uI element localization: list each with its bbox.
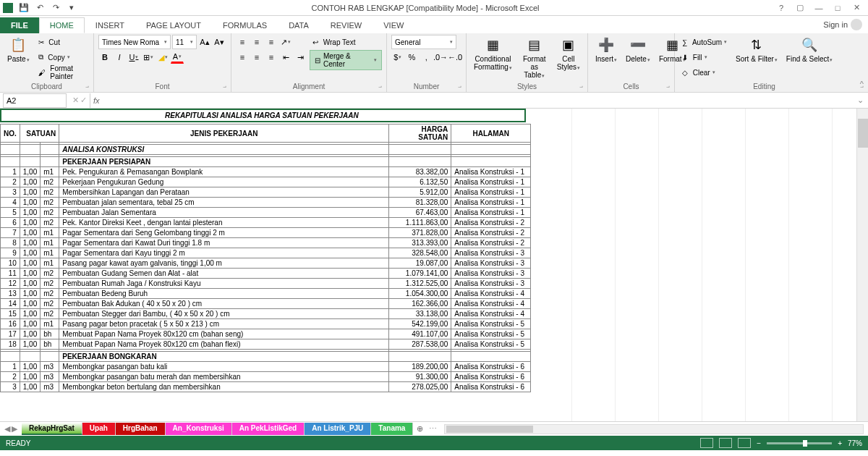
table-row[interactable]: PEKERJAAN BONGKARAN [1, 352, 531, 362]
table-row[interactable]: PEKERJAAN PERSIAPAN [1, 157, 531, 167]
table-row[interactable]: 161,00m1Pasang pagar beton pracetak ( 5 … [1, 319, 531, 329]
conditional-formatting-button[interactable]: ▦Conditional Formatting▾ [471, 35, 515, 72]
table-row[interactable]: 11,00m1Pek. Pengukuran & Pemasangan Bowp… [1, 167, 531, 177]
view-page-break-icon[interactable] [738, 438, 751, 448]
italic-button[interactable]: I [113, 51, 126, 64]
table-row[interactable]: 31,00m2Membersihkan Lapangan dan Perataa… [1, 187, 531, 198]
maximize-icon[interactable]: □ [829, 1, 846, 14]
table-row[interactable]: 31,00m3Membongkar beton bertulang dan me… [1, 382, 531, 392]
tab-data[interactable]: DATA [278, 17, 320, 33]
table-row[interactable]: 61,00m2Pek. Kantor Direksi Keet , dengan… [1, 218, 531, 228]
tab-review[interactable]: REVIEW [320, 17, 373, 33]
data-table[interactable]: NO. SATUAN JENIS PEKERJAAN HARGA SATUAN … [0, 124, 531, 392]
table-row[interactable]: 141,00m2Pembuatan Bak Adukan ( 40 x 50 x… [1, 299, 531, 309]
align-right-icon[interactable]: ≡ [265, 51, 278, 64]
fill-color-button[interactable]: ◢▾ [156, 51, 169, 64]
zoom-level[interactable]: 77% [848, 439, 862, 447]
table-row[interactable]: 181,00bhMembuat Papan Nama Proyek 80x120… [1, 339, 531, 350]
decrease-font-icon[interactable]: A▾ [213, 35, 226, 48]
col-jenis[interactable]: JENIS PEKERJAAN [59, 124, 389, 143]
tab-home[interactable]: HOME [39, 17, 85, 33]
table-row[interactable]: 171,00bhMembuat Papan Nama Proyek 80x120… [1, 329, 531, 339]
sheet-tab[interactable]: Tanama [371, 423, 413, 435]
qat-customize-icon[interactable]: ▾ [65, 1, 78, 14]
decrease-decimal-icon[interactable]: ←.0 [448, 51, 461, 64]
vertical-scrollbar[interactable] [856, 109, 868, 421]
orientation-icon[interactable]: ↗▾ [279, 35, 292, 48]
sign-in[interactable]: Sign in [817, 16, 868, 33]
table-row[interactable]: 121,00m2Pembuatan Rumah Jaga / Konstruks… [1, 279, 531, 289]
font-color-button[interactable]: A▾ [171, 51, 184, 64]
worksheet-grid[interactable]: REKAPITULASI ANALISA HARGA SATUAN PEKERJ… [0, 109, 868, 421]
table-row[interactable]: 101,00m1Pasang pagar kawat ayam galvanis… [1, 258, 531, 269]
tab-file[interactable]: FILE [0, 17, 39, 33]
qat-save-icon[interactable]: 💾 [17, 1, 30, 14]
sheet-nav-next-icon[interactable]: ▶ [12, 424, 17, 434]
add-sheet-icon[interactable]: ⊕ [413, 424, 426, 434]
expand-formula-icon[interactable]: ⌄ [853, 96, 868, 105]
table-row[interactable]: 41,00m2Pembuatan jalan sementara, tebal … [1, 198, 531, 208]
font-size-combo[interactable]: 11▾ [172, 35, 197, 49]
qat-redo-icon[interactable]: ↷ [49, 1, 62, 14]
tab-insert[interactable]: INSERT [85, 17, 135, 33]
close-icon[interactable]: ✕ [848, 1, 865, 14]
table-row[interactable]: 91,00m1Pagar Sementara dari Kayu tinggi … [1, 248, 531, 258]
view-page-layout-icon[interactable] [719, 438, 732, 448]
table-row[interactable]: 51,00m2Pembuatan Jalan Sementara67.463,0… [1, 208, 531, 218]
sheet-tab[interactable]: RekapHrgSat [22, 423, 82, 435]
tab-view[interactable]: VIEW [373, 17, 414, 33]
tab-formulas[interactable]: FORMULAS [212, 17, 278, 33]
number-format-combo[interactable]: General▾ [391, 35, 456, 49]
col-harga[interactable]: HARGA SATUAN [389, 124, 451, 143]
zoom-slider[interactable] [767, 442, 832, 444]
ribbon-options-icon[interactable]: ▢ [791, 1, 809, 14]
format-as-table-button[interactable]: ▤Format as Table▾ [518, 35, 551, 80]
table-row[interactable]: 11,00m3Membongkar pasangan batu kali189.… [1, 362, 531, 372]
view-normal-icon[interactable] [700, 438, 713, 448]
zoom-out-icon[interactable]: − [757, 439, 761, 447]
comma-format-icon[interactable]: , [420, 51, 433, 64]
align-middle-icon[interactable]: ≡ [250, 35, 263, 48]
formula-input[interactable] [103, 93, 853, 108]
sort-filter-button[interactable]: ⇅Sort & Filter▾ [733, 35, 780, 64]
cut-button[interactable]: ✂ Cut [35, 35, 89, 49]
sheet-tab[interactable]: An PekListikGed [232, 423, 305, 435]
cell-styles-button[interactable]: ▣Cell Styles▾ [554, 35, 583, 72]
fx-icon[interactable]: fx [90, 96, 103, 105]
ribbon-collapse-icon[interactable]: ^ [860, 80, 864, 88]
table-row[interactable]: 131,00m2Pembuatan Bedeng Buruh1.054.300,… [1, 289, 531, 299]
col-halaman[interactable]: HALAMAN [451, 124, 531, 143]
table-row[interactable]: 21,00m2Pekerjaan Pengukuran Gedung6.132,… [1, 177, 531, 187]
report-title-cell[interactable]: REKAPITULASI ANALISA HARGA SATUAN PEKERJ… [0, 109, 526, 122]
align-left-icon[interactable]: ≡ [236, 51, 249, 64]
delete-cells-button[interactable]: ➖Delete▾ [623, 35, 653, 64]
name-box[interactable]: A2 [3, 93, 67, 108]
align-top-icon[interactable]: ≡ [236, 35, 249, 48]
table-row[interactable]: 71,00m1Pagar Sementara dari Seng Gelomba… [1, 228, 531, 238]
table-row[interactable]: 21,00m3Membongkar pasangan batu merah da… [1, 372, 531, 382]
font-name-combo[interactable]: Times New Roma▾ [98, 35, 171, 49]
table-row[interactable]: 111,00m2Pembuatan Gudang Semen dan Alat … [1, 269, 531, 279]
border-button[interactable]: ⊞▾ [142, 51, 155, 64]
sheet-tab[interactable]: HrgBahan [116, 423, 166, 435]
increase-font-icon[interactable]: A▴ [198, 35, 211, 48]
paste-button[interactable]: 📋 Paste▾ [4, 35, 33, 64]
increase-decimal-icon[interactable]: .0→ [434, 51, 447, 64]
underline-button[interactable]: U▾ [127, 51, 140, 64]
table-row[interactable]: 151,00m2Pembuatan Stegger dari Bambu, ( … [1, 309, 531, 319]
minimize-icon[interactable]: — [810, 1, 827, 14]
percent-format-icon[interactable]: % [406, 51, 419, 64]
indent-increase-icon[interactable]: ⇥ [294, 51, 307, 64]
bold-button[interactable]: B [98, 51, 111, 64]
tab-page-layout[interactable]: PAGE LAYOUT [135, 17, 212, 33]
copy-button[interactable]: ⧉ Copy▾ [35, 50, 89, 64]
sheet-tab[interactable]: An Listrik_PJU [305, 423, 371, 435]
fill-button[interactable]: ⬇ Fill▾ [679, 50, 730, 64]
format-painter-button[interactable]: 🖌 Format Painter [35, 65, 89, 80]
cancel-formula-icon[interactable]: ✕ [72, 96, 79, 105]
help-icon[interactable]: ? [773, 1, 790, 14]
qat-undo-icon[interactable]: ↶ [33, 1, 46, 14]
indent-decrease-icon[interactable]: ⇤ [279, 51, 292, 64]
sheet-tab[interactable]: An_Konstruksi [166, 423, 232, 435]
enter-formula-icon[interactable]: ✓ [80, 96, 87, 105]
